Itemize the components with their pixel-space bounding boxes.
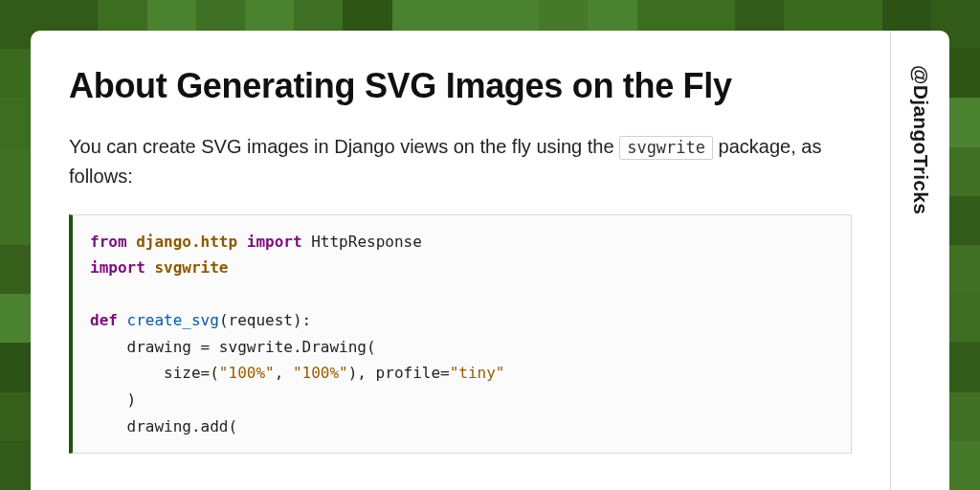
code-l8: drawing.add( [90, 417, 237, 435]
code-fn-sig: (request): [219, 311, 311, 329]
code-l6-mid: , [275, 364, 293, 382]
code-block: from django.http import HttpResponse imp… [69, 214, 852, 454]
code-str-2: "100%" [293, 364, 348, 382]
inline-code-svgwrite: svgwrite [619, 136, 713, 160]
author-handle[interactable]: @DjangoTricks [909, 65, 932, 214]
code-fn-createsvg: create_svg [127, 311, 219, 329]
article-title: About Generating SVG Images on the Fly [69, 65, 852, 107]
code-str-1: "100%" [219, 364, 275, 382]
code-l5: drawing = svgwrite.Drawing( [90, 338, 376, 356]
content-card: About Generating SVG Images on the Fly Y… [31, 31, 949, 490]
code-mod-djangohttp: django.http [136, 233, 237, 251]
code-sym-httpresponse: HttpResponse [302, 233, 422, 251]
code-l7: ) [90, 390, 136, 409]
article-lead: You can create SVG images in Django view… [69, 132, 852, 191]
code-kw-def: def [90, 311, 118, 329]
code-kw-import: import [247, 233, 302, 251]
code-l6-mid2: ), profile= [348, 364, 450, 382]
code-kw-import2: import [90, 258, 145, 277]
code-l6-pre: size=( [90, 364, 219, 382]
code-str-3: "tiny" [450, 364, 505, 382]
sidebar: @DjangoTricks [890, 31, 949, 490]
code-kw-from: from [90, 233, 127, 251]
article-main: About Generating SVG Images on the Fly Y… [31, 31, 890, 490]
code-mod-svgwrite: svgwrite [154, 258, 228, 277]
lead-text-pre: You can create SVG images in Django view… [69, 136, 619, 157]
